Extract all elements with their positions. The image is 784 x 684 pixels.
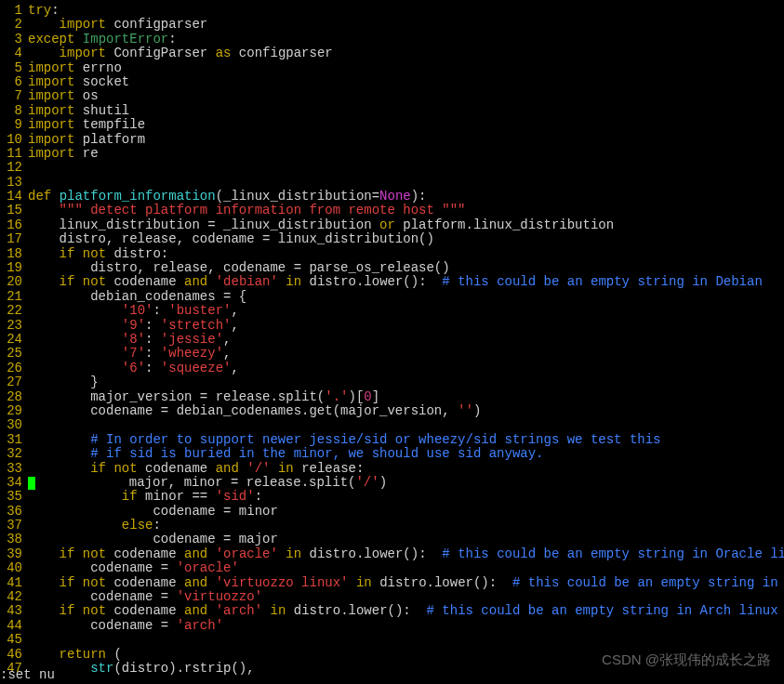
code-line[interactable]: 32 # if sid is buried in the minor, we s… <box>0 447 784 461</box>
line-content[interactable]: import errno <box>28 61 784 75</box>
line-content[interactable]: if not codename and 'oracle' in distro.l… <box>28 547 784 561</box>
line-content[interactable]: major, minor = release.split('/') <box>28 476 784 490</box>
code-line[interactable]: 27 } <box>0 375 784 389</box>
code-line[interactable]: 2 import configparser <box>0 18 784 32</box>
line-content[interactable]: major_version = release.split('.')[0] <box>28 390 784 404</box>
code-line[interactable]: 37 else: <box>0 519 784 533</box>
line-content[interactable]: '8': 'jessie', <box>28 333 784 347</box>
code-line[interactable]: 15 """ detect platform information from … <box>0 204 784 217</box>
line-content[interactable]: '9': 'stretch', <box>28 319 784 333</box>
line-content[interactable]: import os <box>28 89 784 103</box>
line-content[interactable]: '10': 'buster', <box>28 304 784 318</box>
code-line[interactable]: 7import os <box>0 89 784 103</box>
line-content[interactable] <box>28 633 784 647</box>
code-line[interactable]: 6import socket <box>0 75 784 89</box>
code-line[interactable]: 21 debian_codenames = { <box>0 290 784 304</box>
line-content[interactable]: import configparser <box>28 18 784 32</box>
line-content[interactable]: def platform_information(_linux_distribu… <box>28 190 784 204</box>
code-line[interactable]: 1try: <box>0 4 784 18</box>
code-line[interactable]: 34 major, minor = release.split('/') <box>0 476 784 490</box>
code-line[interactable]: 3except ImportError: <box>0 33 784 46</box>
code-line[interactable]: 23 '9': 'stretch', <box>0 319 784 333</box>
code-line[interactable]: 40 codename = 'oracle' <box>0 561 784 575</box>
code-editor[interactable]: 1try:2 import configparser3except Import… <box>0 0 784 676</box>
line-content[interactable]: if not codename and 'arch' in distro.low… <box>28 604 784 618</box>
line-content[interactable]: '6': 'squeeze', <box>28 362 784 375</box>
code-line[interactable]: 17 distro, release, codename = linux_dis… <box>0 232 784 246</box>
code-line[interactable]: 28 major_version = release.split('.')[0] <box>0 390 784 404</box>
line-content[interactable]: codename = 'arch' <box>28 619 784 633</box>
code-line[interactable]: 14def platform_information(_linux_distri… <box>0 190 784 204</box>
code-line[interactable]: 13 <box>0 176 784 190</box>
code-line[interactable]: 12 <box>0 161 784 175</box>
code-line[interactable]: 16 linux_distribution = _linux_distribut… <box>0 218 784 232</box>
line-content[interactable]: import tempfile <box>28 118 784 132</box>
code-line[interactable]: 5import errno <box>0 61 784 75</box>
line-content[interactable]: # In order to support newer jessie/sid o… <box>28 433 784 447</box>
line-content[interactable]: } <box>28 375 784 389</box>
code-line[interactable]: 20 if not codename and 'debian' in distr… <box>0 275 784 289</box>
line-content[interactable] <box>28 161 784 175</box>
line-content[interactable]: codename = 'oracle' <box>28 561 784 575</box>
code-line[interactable]: 8import shutil <box>0 104 784 118</box>
token-pl: : <box>153 303 168 318</box>
code-line[interactable]: 42 codename = 'virtuozzo' <box>0 590 784 604</box>
token-pl <box>28 518 122 533</box>
token-st: 'arch' <box>177 618 223 633</box>
line-content[interactable] <box>28 176 784 190</box>
code-line[interactable]: 22 '10': 'buster', <box>0 304 784 318</box>
line-content[interactable]: distro, release, codename = linux_distri… <box>28 232 784 246</box>
line-content[interactable]: codename = minor <box>28 505 784 519</box>
token-pl: codename = major <box>28 532 278 546</box>
code-line[interactable]: 26 '6': 'squeeze', <box>0 362 784 375</box>
line-content[interactable]: codename = major <box>28 533 784 546</box>
token-pl: minor == <box>138 489 216 504</box>
code-line[interactable]: 36 codename = minor <box>0 505 784 519</box>
code-line[interactable]: 44 codename = 'arch' <box>0 619 784 633</box>
line-content[interactable]: except ImportError: <box>28 33 784 46</box>
line-content[interactable]: if not distro: <box>28 247 784 261</box>
code-line[interactable]: 41 if not codename and 'virtuozzo linux'… <box>0 576 784 590</box>
token-pl <box>74 274 82 289</box>
line-content[interactable]: linux_distribution = _linux_distribution… <box>28 218 784 232</box>
line-content[interactable]: try: <box>28 4 784 18</box>
line-number: 22 <box>0 304 28 318</box>
token-pl <box>74 575 82 590</box>
line-content[interactable]: import ConfigParser as configparser <box>28 46 784 60</box>
code-line[interactable]: 19 distro, release, codename = parse_os_… <box>0 261 784 275</box>
line-content[interactable]: if minor == 'sid': <box>28 490 784 504</box>
code-line[interactable]: 45 <box>0 633 784 647</box>
code-line[interactable]: 35 if minor == 'sid': <box>0 490 784 504</box>
code-line[interactable]: 18 if not distro: <box>0 247 784 261</box>
code-line[interactable]: 24 '8': 'jessie', <box>0 333 784 347</box>
code-line[interactable]: 9import tempfile <box>0 118 784 132</box>
code-line[interactable]: 25 '7': 'wheezy', <box>0 347 784 361</box>
line-content[interactable]: if not codename and 'virtuozzo linux' in… <box>28 576 784 590</box>
line-content[interactable]: else: <box>28 519 784 533</box>
code-line[interactable]: 30 <box>0 418 784 432</box>
code-line[interactable]: 11import re <box>0 147 784 161</box>
line-content[interactable] <box>28 418 784 432</box>
code-line[interactable]: 29 codename = debian_codenames.get(major… <box>0 404 784 418</box>
line-content[interactable]: '7': 'wheezy', <box>28 347 784 361</box>
line-content[interactable]: # if sid is buried in the minor, we shou… <box>28 447 784 461</box>
code-line[interactable]: 10import platform <box>0 133 784 147</box>
code-line[interactable]: 33 if not codename and '/' in release: <box>0 462 784 476</box>
line-content[interactable]: """ detect platform information from rem… <box>28 204 784 217</box>
line-content[interactable]: if not codename and '/' in release: <box>28 462 784 476</box>
line-content[interactable]: if not codename and 'debian' in distro.l… <box>28 275 784 289</box>
line-content[interactable]: codename = 'virtuozzo' <box>28 590 784 604</box>
line-content[interactable]: import platform <box>28 133 784 147</box>
code-line[interactable]: 39 if not codename and 'oracle' in distr… <box>0 547 784 561</box>
code-line[interactable]: 4 import ConfigParser as configparser <box>0 46 784 60</box>
code-line[interactable]: 31 # In order to support newer jessie/si… <box>0 433 784 447</box>
line-content[interactable]: codename = debian_codenames.get(major_ve… <box>28 404 784 418</box>
line-content[interactable]: debian_codenames = { <box>28 290 784 304</box>
line-content[interactable]: distro, release, codename = parse_os_rel… <box>28 261 784 275</box>
code-line[interactable]: 38 codename = major <box>0 533 784 546</box>
line-content[interactable]: import shutil <box>28 104 784 118</box>
token-bi: None <box>379 189 411 204</box>
code-line[interactable]: 43 if not codename and 'arch' in distro.… <box>0 604 784 618</box>
line-content[interactable]: import re <box>28 147 784 161</box>
line-content[interactable]: import socket <box>28 75 784 89</box>
